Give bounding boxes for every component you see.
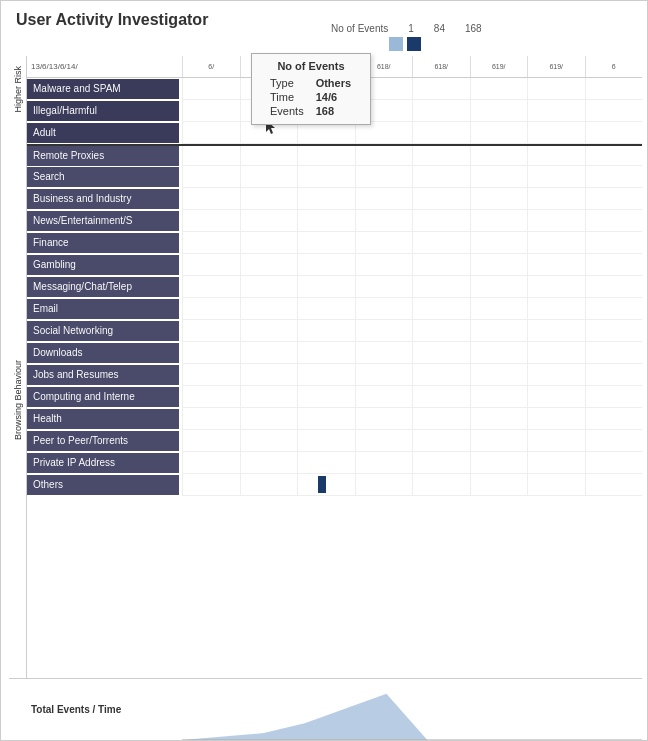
cell-others-3	[297, 474, 355, 495]
tooltip-type-label: Type	[264, 76, 310, 90]
label-adult: Adult	[27, 123, 179, 143]
cell-illegal-8	[585, 100, 643, 121]
bottom-label: Total Events / Time	[27, 679, 182, 740]
browsing-section: Browsing Behaviour	[9, 122, 27, 678]
label-messaging: Messaging/Chat/Telep	[27, 277, 179, 297]
tooltip-time-label: Time	[264, 90, 310, 104]
browsing-label: Browsing Behaviour	[13, 360, 23, 440]
label-social: Social Networking	[27, 321, 179, 341]
row-malware: Malware and SPAM	[27, 78, 182, 100]
tooltip-events-value: 168	[310, 104, 357, 118]
grid-row-news	[182, 210, 642, 232]
page-title: User Activity Investigator	[1, 1, 647, 34]
grid-row-business	[182, 188, 642, 210]
bottom-spacer	[9, 679, 27, 740]
label-computing: Computing and Interne	[27, 387, 179, 407]
cell-illegal-1	[182, 100, 240, 121]
label-peer: Peer to Peer/Torrents	[27, 431, 179, 451]
legend-box-dark	[407, 37, 421, 51]
section-labels: Higher Risk Browsing Behaviour	[9, 56, 27, 678]
col-header-8: 6	[585, 56, 643, 77]
grid-row-health	[182, 408, 642, 430]
label-remote: Remote Proxies	[27, 146, 179, 166]
label-malware: Malware and SPAM	[27, 79, 179, 99]
cell-malware-1	[182, 78, 240, 99]
grid-row-peer	[182, 430, 642, 452]
col-header-5: 618/	[412, 56, 470, 77]
cell-adult-4	[355, 122, 413, 143]
row-labels-column: 13/6/13/6/14/ Malware and SPAM Illegal/H…	[27, 56, 182, 678]
label-downloads: Downloads	[27, 343, 179, 363]
label-finance: Finance	[27, 233, 179, 253]
cell-adult-6	[470, 122, 528, 143]
legend-box-light	[389, 37, 403, 51]
grid-row-others	[182, 474, 642, 496]
cell-adult-3	[297, 122, 355, 143]
grid-row-search	[182, 166, 642, 188]
legend-val-1: 1	[408, 23, 414, 34]
row-illegal: Illegal/Harmful	[27, 100, 182, 122]
bottom-area: Total Events / Time	[9, 678, 642, 740]
tooltip-time-value: 14/6	[310, 90, 357, 104]
grid-row-gambling	[182, 254, 642, 276]
bar-others-dark	[318, 476, 326, 493]
legend-title: No of Events	[331, 23, 388, 34]
svg-marker-0	[182, 694, 427, 740]
row-jobs: Jobs and Resumes	[27, 364, 182, 386]
legend-val-84: 84	[434, 23, 445, 34]
label-email: Email	[27, 299, 179, 319]
row-business: Business and Industry	[27, 188, 182, 210]
grid-row-finance	[182, 232, 642, 254]
col-header-7: 619/	[527, 56, 585, 77]
grid-row-downloads	[182, 342, 642, 364]
tooltip-type-value: Others	[310, 76, 357, 90]
tooltip-events-label: Events	[264, 104, 310, 118]
row-messaging: Messaging/Chat/Telep	[27, 276, 182, 298]
row-email: Email	[27, 298, 182, 320]
bottom-chart-area	[182, 679, 642, 740]
cell-malware-6	[470, 78, 528, 99]
higher-risk-label: Higher Risk	[13, 66, 23, 113]
tooltip: No of Events Type Others Time 14/6 Event…	[251, 53, 371, 125]
grid-row-adult	[182, 122, 642, 144]
row-finance: Finance	[27, 232, 182, 254]
cell-adult-1	[182, 122, 240, 143]
row-others: Others	[27, 474, 182, 496]
grid-row-social	[182, 320, 642, 342]
col-header-6: 619/	[470, 56, 528, 77]
tooltip-title: No of Events	[264, 60, 358, 72]
row-adult: Adult	[27, 122, 182, 144]
label-news: News/Entertainment/S	[27, 211, 179, 231]
grid-row-remote	[182, 144, 642, 166]
label-search: Search	[27, 167, 179, 187]
area-chart-svg	[182, 679, 642, 740]
label-others: Others	[27, 475, 179, 495]
label-private: Private IP Address	[27, 453, 179, 473]
row-private: Private IP Address	[27, 452, 182, 474]
row-remote: Remote Proxies	[27, 144, 182, 166]
legend-colors	[389, 37, 421, 51]
label-gambling: Gambling	[27, 255, 179, 275]
grid-row-computing	[182, 386, 642, 408]
row-news: News/Entertainment/S	[27, 210, 182, 232]
row-downloads: Downloads	[27, 342, 182, 364]
row-social: Social Networking	[27, 320, 182, 342]
label-illegal: Illegal/Harmful	[27, 101, 179, 121]
cell-illegal-6	[470, 100, 528, 121]
main-container: User Activity Investigator No of Events …	[0, 0, 648, 741]
label-business: Business and Industry	[27, 189, 179, 209]
cell-adult-7	[527, 122, 585, 143]
col-header-1: 6/	[182, 56, 240, 77]
cell-malware-7	[527, 78, 585, 99]
chart-wrapper: Higher Risk Browsing Behaviour 13/6/13/6…	[9, 56, 642, 678]
legend-area: No of Events 1 84 168	[331, 23, 482, 34]
row-health: Health	[27, 408, 182, 430]
grid-row-private	[182, 452, 642, 474]
label-health: Health	[27, 409, 179, 429]
cell-adult-5	[412, 122, 470, 143]
cell-illegal-7	[527, 100, 585, 121]
cell-malware-8	[585, 78, 643, 99]
row-computing: Computing and Interne	[27, 386, 182, 408]
time-header-left: 13/6/13/6/14/	[27, 56, 182, 78]
label-jobs: Jobs and Resumes	[27, 365, 179, 385]
